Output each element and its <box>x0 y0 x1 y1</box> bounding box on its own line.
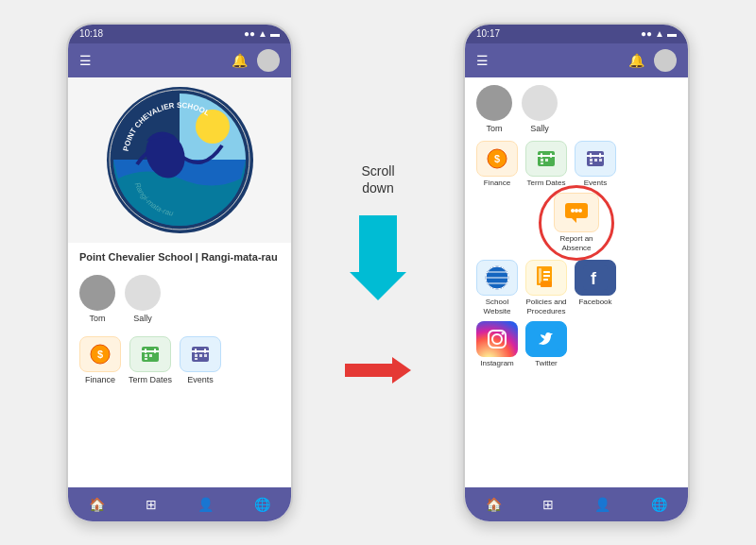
menu-icon[interactable]: ☰ <box>79 53 92 68</box>
right-globe-icon[interactable]: 🌐 <box>651 497 667 512</box>
instagram-label: Instagram <box>480 359 514 368</box>
svg-rect-16 <box>195 349 197 353</box>
right-events-label: Events <box>584 179 607 188</box>
right-menu-bottom-icon[interactable]: ⊞ <box>542 497 554 512</box>
tom-avatar <box>79 275 115 311</box>
svg-text:f: f <box>591 269 597 288</box>
facebook-icon: f <box>575 260 616 296</box>
svg-rect-45 <box>539 268 541 283</box>
profile-icon[interactable]: 👤 <box>198 497 214 512</box>
left-menu-grid: $ Finance Term Dates Events <box>68 329 291 392</box>
svg-rect-8 <box>142 350 159 352</box>
home-icon[interactable]: 🏠 <box>89 497 105 512</box>
middle-section: Scroll down <box>293 144 463 402</box>
svg-rect-10 <box>154 349 156 353</box>
right-profile-icon[interactable]: 👤 <box>594 497 610 512</box>
svg-rect-27 <box>550 153 552 158</box>
scroll-label: Scroll down <box>361 162 394 196</box>
report-absence-item[interactable]: Report an Absence <box>554 193 599 252</box>
left-status-bar: 10:18 ●● ▲ ▬ <box>68 25 291 43</box>
facebook-label: Facebook <box>578 298 611 307</box>
right-nav-avatar[interactable] <box>654 49 677 72</box>
svg-rect-18 <box>195 354 198 357</box>
svg-point-40 <box>571 209 575 213</box>
svg-rect-32 <box>587 155 604 157</box>
school-website-item[interactable]: School Website <box>476 260 518 315</box>
svg-point-42 <box>578 209 582 213</box>
menu-bottom-icon[interactable]: ⊞ <box>146 497 157 512</box>
svg-point-1 <box>196 110 230 144</box>
right-phone: 10:17 ●● ▲ ▬ ☰ 🔔 Tom Sally <box>463 23 690 523</box>
report-absence-label: Report an Absence <box>559 234 593 252</box>
finance-item[interactable]: $ Finance <box>79 336 121 384</box>
left-time: 10:18 <box>79 28 103 39</box>
user-tom[interactable]: Tom <box>79 275 115 323</box>
red-arrow-container <box>345 357 411 383</box>
right-menu-icon[interactable]: ☰ <box>476 53 489 68</box>
svg-point-54 <box>502 332 505 335</box>
svg-rect-9 <box>145 349 146 353</box>
svg-rect-37 <box>599 159 602 162</box>
svg-rect-17 <box>204 349 206 353</box>
right-time: 10:17 <box>476 28 500 39</box>
nav-avatar[interactable] <box>257 49 280 72</box>
right-user-sally[interactable]: Sally <box>522 85 558 133</box>
policies-icon <box>525 260 567 296</box>
users-row-left: Tom Sally <box>68 269 291 329</box>
policies-label: Policies and Procedures <box>525 298 566 315</box>
right-bell-icon[interactable]: 🔔 <box>628 53 644 68</box>
right-events-item[interactable]: Events <box>575 141 616 188</box>
menu-row-1: $ Finance Term Dates Events <box>476 141 677 188</box>
svg-text:$: $ <box>97 349 103 360</box>
policies-item[interactable]: Policies and Procedures <box>525 260 567 315</box>
bell-icon[interactable]: 🔔 <box>232 53 248 68</box>
svg-rect-29 <box>545 159 548 162</box>
left-bottom-nav: 🏠 ⊞ 👤 🌐 <box>68 487 291 521</box>
twitter-icon <box>525 321 567 357</box>
absence-container: Report an Absence <box>476 193 677 252</box>
svg-rect-21 <box>195 358 198 360</box>
svg-rect-46 <box>543 271 550 273</box>
sally-avatar <box>125 275 161 311</box>
svg-rect-13 <box>145 358 147 360</box>
school-logo-area: POINT CHEVALIER SCHOOL Rangi-mata-rau <box>68 77 291 243</box>
twitter-item[interactable]: Twitter <box>525 321 567 368</box>
right-term-dates-icon <box>525 141 567 177</box>
wifi-icon: ▲ <box>258 28 267 39</box>
facebook-item[interactable]: f Facebook <box>575 260 616 307</box>
left-nav-bar: ☰ 🔔 <box>68 43 291 77</box>
user-sally[interactable]: Sally <box>125 275 161 323</box>
menu-row-3: School Website Policies and Procedures f… <box>476 260 677 315</box>
right-home-icon[interactable]: 🏠 <box>486 497 502 512</box>
signal-icon: ●● <box>244 28 255 39</box>
battery-icon: ▬ <box>270 28 280 39</box>
absence-icon <box>554 193 599 232</box>
right-nav-right: 🔔 <box>628 49 677 72</box>
school-logo: POINT CHEVALIER SCHOOL Rangi-mata-rau <box>107 87 253 233</box>
red-arrow-shaft <box>345 364 392 377</box>
right-term-dates-item[interactable]: Term Dates <box>525 141 567 188</box>
right-finance-item[interactable]: $ Finance <box>476 141 518 188</box>
svg-rect-20 <box>204 354 207 357</box>
globe-icon[interactable]: 🌐 <box>254 497 270 512</box>
school-title: Point Chevalier School | Rangi-mata-rau <box>68 243 291 269</box>
right-sally-name: Sally <box>530 124 549 133</box>
school-website-label: School Website <box>484 298 511 315</box>
svg-rect-25 <box>538 155 555 157</box>
term-dates-item[interactable]: Term Dates <box>129 336 172 384</box>
instagram-item[interactable]: Instagram <box>476 321 518 368</box>
svg-rect-47 <box>543 275 550 277</box>
svg-rect-15 <box>192 350 209 352</box>
svg-rect-48 <box>543 279 548 281</box>
school-website-icon <box>476 260 518 296</box>
svg-rect-35 <box>590 159 593 162</box>
left-status-icons: ●● ▲ ▬ <box>244 28 280 39</box>
svg-text:$: $ <box>494 153 500 164</box>
twitter-label: Twitter <box>535 359 558 368</box>
red-arrow-head <box>392 357 411 383</box>
events-item[interactable]: Events <box>180 336 221 384</box>
svg-rect-28 <box>541 159 543 162</box>
right-user-tom[interactable]: Tom <box>476 85 512 133</box>
right-menu-section: $ Finance Term Dates Events <box>465 137 688 381</box>
right-signal-icon: ●● <box>641 28 652 39</box>
